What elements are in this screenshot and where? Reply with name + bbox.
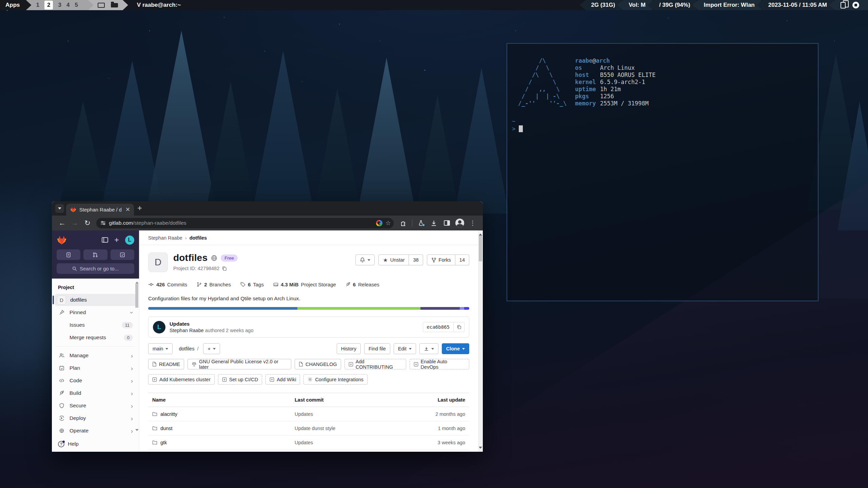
fork-icon [431,258,436,263]
reload-button[interactable]: ↻ [82,217,93,229]
readme-badge[interactable]: README [148,359,184,369]
sidebar-item-pinned[interactable]: Pinned › [55,306,136,319]
find-file-button[interactable]: Find file [364,343,390,354]
add-kubernetes-badge[interactable]: Add Kubernetes cluster [148,374,215,385]
changelog-badge[interactable]: CHANGELOG [295,359,341,369]
workspace-4[interactable]: 4 [66,2,70,8]
branches-link[interactable]: 2Branches [197,282,231,287]
collapse-sidebar-icon[interactable] [102,237,108,243]
scroll-up-arrow[interactable] [479,232,482,236]
sidebar-item-build[interactable]: Build › [55,387,136,399]
copy-icon[interactable] [841,2,846,8]
gitlab-logo[interactable] [57,235,67,245]
workspace-2[interactable]: 2 [44,1,53,9]
breadcrumb-parent-link[interactable]: Stephan Raabe [148,235,182,241]
workspace-5[interactable]: 5 [75,2,78,8]
page-scrollbar[interactable] [478,230,483,452]
edit-button[interactable]: Edit [394,343,416,354]
beta-flask-icon[interactable] [416,218,427,228]
browser-menu-icon[interactable]: ⋮ [467,218,478,228]
fork-count[interactable]: 14 [455,255,469,265]
site-settings-icon[interactable] [100,220,106,226]
tags-link[interactable]: 6Tags [240,282,264,287]
table-row[interactable]: dunst Update dunst style 1 month ago [148,421,469,435]
releases-link[interactable]: 6Releases [346,282,379,287]
star-count[interactable]: 38 [409,255,423,265]
user-avatar[interactable]: L [125,236,134,245]
sidebar-item-operate[interactable]: Operate › [55,425,136,437]
tab-search-button[interactable] [55,204,64,213]
apps-label: Apps [5,2,20,8]
configure-integrations-badge[interactable]: Configure Integrations [303,374,368,385]
add-contributing-badge[interactable]: Add CONTRIBUTING [344,359,406,369]
project-title: dotfiles [173,252,208,263]
clone-button[interactable]: Clone [442,343,469,354]
downloads-icon[interactable] [429,218,439,228]
commits-link[interactable]: 426Commits [148,282,187,287]
unstar-button[interactable]: ★ Unstar [378,255,409,265]
scroll-up-arrow[interactable] [135,280,139,284]
storage-link[interactable]: 4.3 MiBProject Storage [273,282,336,287]
download-source-button[interactable] [419,343,438,354]
browser-tab[interactable]: Stephan Raabe / dotfiles ✕ [66,204,134,216]
commit-author[interactable]: Stephan Raabe [170,328,204,333]
sidebar-item-code[interactable]: Code › [55,374,136,387]
merge-requests-shortcut-button[interactable] [83,249,107,260]
address-bar[interactable]: gitlab.com/stephan-raabe/dotfiles ☆ [96,218,394,228]
sidebar-item-secure[interactable]: Secure › [55,400,136,412]
table-row[interactable]: alacritty Updates 2 months ago [148,407,469,421]
status-widgets: 2G (31G) Vol: M / 39G (94%) Import Error… [584,0,868,10]
forward-button[interactable]: → [69,217,80,229]
history-button[interactable]: History [337,343,361,354]
sidebar-scrollbar[interactable] [135,280,139,433]
google-icon[interactable] [376,220,382,226]
workspace-3[interactable]: 3 [58,2,61,8]
notifications-button[interactable] [355,255,375,265]
folder-icon[interactable] [111,3,118,7]
sidebar-item-issues[interactable]: Issues 11 [55,319,136,331]
new-tab-button[interactable]: + [137,203,142,213]
table-row[interactable]: gtk Updates 3 weeks ago [148,435,469,450]
sidebar-item-merge-requests[interactable]: Merge requests 0 [55,331,136,344]
apps-menu-button[interactable]: Apps [0,0,32,10]
extensions-puzzle-icon[interactable] [398,218,409,228]
terminal-window[interactable]: /\ / \ /\ \ / \ / ,, \ / | | -\ /_-'' ''… [507,43,818,301]
text-cursor [519,125,523,132]
enable-auto-devops-badge[interactable]: Enable Auto DevOps [410,359,469,369]
forks-button[interactable]: Forks [427,255,455,265]
scrollbar-thumb[interactable] [135,284,138,308]
side-panel-icon[interactable] [441,218,452,228]
shell-prompt[interactable]: ~ > [512,118,523,133]
qtile-status-bar: Apps 1 2 3 4 5 V raabe@arch:~ 2G (31G) V… [0,0,868,10]
sidebar-item-deploy[interactable]: Deploy › [55,412,136,424]
copy-sha-button[interactable] [454,322,465,332]
browser-toolbar: ← → ↻ gitlab.com/stephan-raabe/dotfiles … [52,216,483,230]
scrollbar-thumb[interactable] [479,236,482,261]
profile-avatar[interactable] [454,218,465,228]
create-new-icon[interactable]: + [114,236,119,244]
copy-id-icon[interactable] [222,266,227,271]
setup-cicd-badge[interactable]: Set up CI/CD [218,374,262,385]
todo-shortcut-button[interactable] [111,249,134,260]
license-badge[interactable]: GNU General Public License v2.0 or later [188,359,291,369]
power-icon[interactable] [852,2,859,8]
sidebar-item-help[interactable]: ? Help [52,436,139,452]
sidebar-item-project[interactable]: D dotfiles [55,294,136,306]
scroll-down-arrow[interactable] [135,429,139,433]
workspace-1[interactable]: 1 [36,2,39,8]
window-layout-icon[interactable] [98,3,105,8]
add-wiki-badge[interactable]: Add Wiki [265,374,300,385]
sidebar-item-plan[interactable]: Plan › [55,362,136,374]
scroll-down-arrow[interactable] [479,447,482,450]
issues-shortcut-button[interactable] [57,249,80,260]
volume-widget[interactable]: Vol: M [617,0,652,10]
search-box[interactable]: Search or go to... [57,263,134,274]
sidebar-item-manage[interactable]: Manage › [55,349,136,362]
project-header: D dotfiles Free Project ID: 42798482 [148,252,469,272]
back-button[interactable]: ← [57,217,68,229]
bookmark-star-icon[interactable]: ☆ [386,219,391,227]
commit-title-link[interactable]: Updates [170,321,254,327]
tab-close-icon[interactable]: ✕ [124,206,131,213]
branch-selector[interactable]: main [148,343,173,354]
add-file-button[interactable]: + [203,343,220,354]
